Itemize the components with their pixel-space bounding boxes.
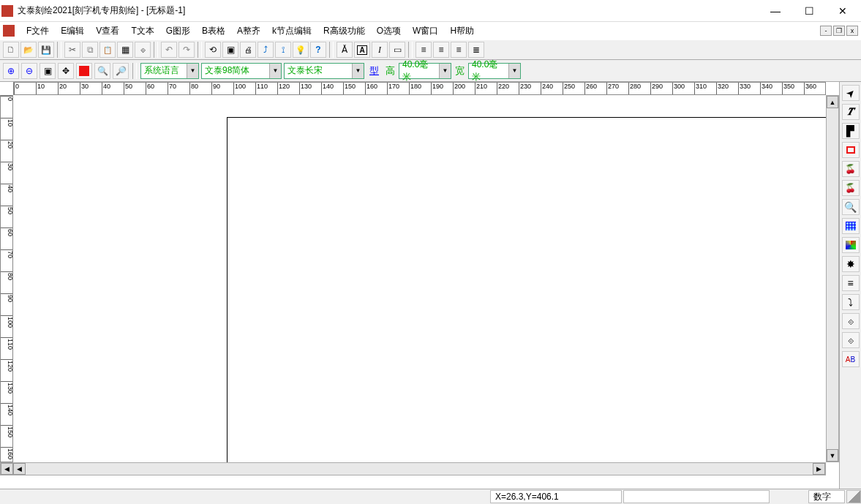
height-label: 高 [384, 64, 396, 78]
bold-button[interactable] [354, 42, 370, 58]
ruler-tick: 160 [365, 83, 377, 95]
vertical-ruler[interactable]: 0102030405060708090100110120130140150160… [0, 95, 13, 462]
zoom-page-button[interactable]: 🔍 [94, 63, 110, 79]
width-field[interactable]: 40.0毫米 ▼ [468, 63, 521, 79]
ab-tool[interactable]: AB [842, 351, 860, 367]
window-title: 文泰刻绘2021[刻字机专用刻绘] - [无标题-1] [18, 4, 759, 17]
zoom-in-button[interactable] [3, 63, 19, 79]
align-right-button[interactable] [451, 42, 467, 58]
app-icon [1, 5, 13, 17]
grid-button[interactable]: ▦ [117, 42, 133, 58]
save-button[interactable] [38, 42, 54, 58]
zoom-region-button[interactable]: ▣ [40, 63, 56, 79]
export-tool[interactable]: ⤵ [842, 294, 860, 310]
ruler-tick: 70 [1, 249, 13, 258]
format-toolbar: ▣ 🔍 🔎 系统语言 ▼ 文泰98简体 ▼ 文泰长宋 ▼ 型 高 40.0毫米 … [0, 60, 861, 82]
ruler-tick: 280 [628, 83, 641, 95]
align-justify-button[interactable] [468, 42, 484, 58]
menu-help[interactable]: H帮助 [444, 23, 480, 39]
menu-options[interactable]: O选项 [371, 23, 407, 39]
pan-button[interactable] [58, 63, 74, 79]
ruler-tick: 310 [694, 83, 707, 95]
scroll-track[interactable] [26, 463, 813, 475]
measure-button[interactable]: ⟟ [275, 42, 291, 58]
output-button[interactable]: ⤴ [257, 42, 274, 58]
magnify-tool[interactable]: 🔍 [842, 199, 860, 215]
italic-button[interactable] [372, 42, 388, 58]
menu-advanced[interactable]: R高级功能 [317, 23, 371, 39]
menu-graphics[interactable]: G图形 [160, 23, 196, 39]
mdi-restore[interactable]: ❐ [833, 26, 845, 36]
page-boundary [227, 117, 826, 462]
horizontal-ruler[interactable]: 0102030405060708090100110120130140150160… [13, 82, 826, 95]
tips-button[interactable] [293, 42, 309, 58]
clipart2-tool[interactable] [842, 180, 860, 196]
height-field[interactable]: 40.0毫米 ▼ [399, 63, 451, 79]
menu-table[interactable]: B表格 [196, 23, 231, 39]
language-value: 系统语言 [141, 64, 187, 77]
line-tool[interactable]: ▛ [842, 123, 860, 139]
vertical-scrollbar[interactable]: ▲ ▼ [826, 95, 839, 462]
scroll-track[interactable] [827, 108, 838, 449]
node-tool[interactable] [842, 256, 860, 272]
maximize-button[interactable]: ☐ [792, 0, 826, 22]
menu-text[interactable]: T文本 [125, 23, 159, 39]
zoom-out-button[interactable] [21, 63, 37, 79]
refresh-button[interactable]: ⟲ [205, 42, 221, 58]
menu-view[interactable]: V查看 [90, 23, 125, 39]
menu-node[interactable]: k节点编辑 [266, 23, 317, 39]
minimize-button[interactable]: ― [759, 0, 792, 22]
paste-button[interactable] [99, 42, 116, 58]
table-tool[interactable] [842, 218, 860, 234]
align-center-button[interactable] [433, 42, 449, 58]
rect-tool[interactable] [842, 142, 860, 158]
cut-button[interactable] [64, 42, 80, 58]
text-vertical-button[interactable]: Ǎ [336, 42, 353, 58]
link2-tool[interactable]: ⟐ [842, 332, 860, 348]
menu-align[interactable]: A整齐 [231, 23, 266, 39]
scroll-left2-icon[interactable]: ◀ [13, 463, 26, 475]
menu-file[interactable]: F文件 [20, 23, 55, 39]
align-left-button[interactable] [416, 42, 432, 58]
copy-button[interactable] [82, 42, 98, 58]
select-tool[interactable] [842, 85, 860, 101]
close-button[interactable]: ✕ [826, 0, 860, 22]
menu-window[interactable]: W窗口 [407, 23, 444, 39]
type-button[interactable]: 型 [366, 64, 382, 78]
scroll-up-icon[interactable]: ▲ [827, 96, 838, 108]
undo-button[interactable] [161, 42, 177, 58]
language-combo[interactable]: 系统语言 ▼ [140, 63, 199, 79]
ruler-tick: 320 [716, 83, 729, 95]
layout-button[interactable]: ▣ [222, 42, 238, 58]
horizontal-scrollbar[interactable]: ◀ ◀ ▶ [0, 462, 826, 475]
font-style-combo[interactable]: 文泰长宋 ▼ [284, 63, 364, 79]
align-tool[interactable]: ≡ [842, 275, 860, 291]
ruler-tick: 260 [584, 83, 597, 95]
scroll-down-icon[interactable]: ▼ [827, 449, 838, 462]
tool-button-1[interactable]: ⟐ [135, 42, 151, 58]
mdi-minimize[interactable]: - [820, 26, 832, 36]
link1-tool[interactable]: ⟐ [842, 313, 860, 329]
text-frame-button[interactable]: ▭ [389, 42, 405, 58]
menu-edit[interactable]: E编辑 [55, 23, 90, 39]
clipart-tool[interactable] [842, 161, 860, 177]
font-value: 文泰98简体 [202, 64, 269, 77]
text-tool[interactable] [842, 104, 860, 120]
mdi-close[interactable]: x [846, 26, 858, 36]
new-button[interactable] [3, 42, 19, 58]
print-button[interactable] [240, 42, 256, 58]
scroll-right-icon[interactable]: ▶ [813, 463, 825, 475]
canvas[interactable] [13, 95, 826, 462]
font-style-value: 文泰长宋 [285, 64, 352, 77]
scroll-left-icon[interactable]: ◀ [1, 463, 13, 475]
zoom-all-button[interactable]: 🔎 [113, 63, 129, 79]
redo-button[interactable] [178, 42, 195, 58]
color-tool[interactable] [842, 237, 860, 253]
help-button[interactable] [310, 42, 326, 58]
font-combo[interactable]: 文泰98简体 ▼ [201, 63, 282, 79]
fill-button[interactable] [76, 63, 92, 79]
ruler-tick: 40 [102, 83, 110, 95]
main-toolbar: ▦ ⟐ ⟲ ▣ ⤴ ⟟ Ǎ ▭ [0, 40, 861, 60]
open-button[interactable] [20, 42, 37, 58]
resize-grip[interactable] [846, 490, 861, 503]
